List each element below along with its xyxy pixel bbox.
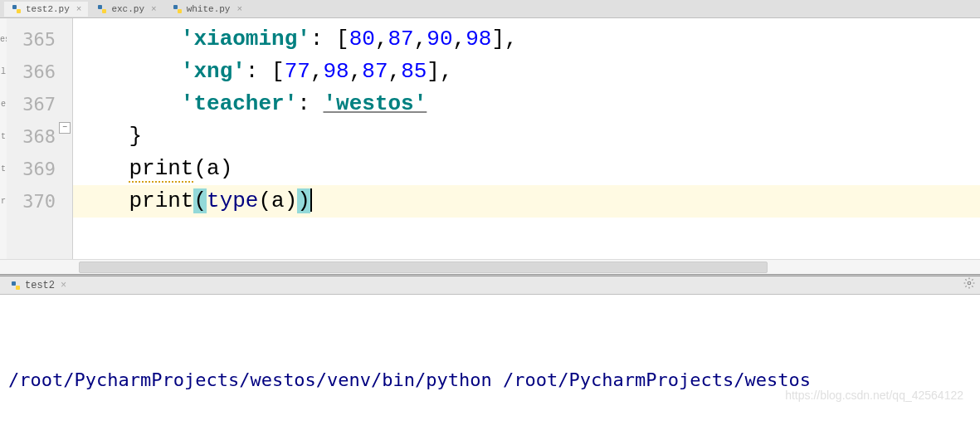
python-file-icon xyxy=(96,3,108,15)
code-line[interactable]: } xyxy=(73,120,980,153)
console-tabs: test2 × xyxy=(0,276,980,295)
console-tab-label: test2 xyxy=(25,280,55,291)
svg-rect-4 xyxy=(173,5,178,9)
console-output[interactable]: /root/PycharmProjects/westos/venv/bin/py… xyxy=(0,295,980,444)
svg-rect-0 xyxy=(12,5,17,9)
close-icon[interactable]: × xyxy=(76,4,82,14)
code-line[interactable]: 'teacher': 'westos' xyxy=(73,88,980,120)
file-tab-white[interactable]: white.py × xyxy=(165,2,249,17)
svg-rect-3 xyxy=(102,9,106,13)
tab-label: exc.py xyxy=(111,4,144,14)
code-line[interactable]: print(a) xyxy=(73,153,980,185)
python-run-icon xyxy=(10,280,22,291)
code-line[interactable]: 'xng': [77,98,87,85], xyxy=(73,56,980,88)
python-file-icon xyxy=(172,3,183,15)
line-number: 369 xyxy=(7,153,72,185)
fold-toggle-icon[interactable]: − xyxy=(59,122,71,134)
line-number: 370 xyxy=(7,185,72,218)
file-tab-test2[interactable]: test2.py × xyxy=(4,2,88,17)
tab-label: test2.py xyxy=(26,4,70,14)
editor-file-tabs: test2.py × exc.py × white.py × xyxy=(0,0,980,18)
gear-icon[interactable] xyxy=(963,277,975,293)
tab-label: white.py xyxy=(187,4,231,14)
line-numbers-gutter: 365 366 367 368 369 370 xyxy=(7,18,73,259)
file-tab-exc[interactable]: exc.py × xyxy=(90,2,163,17)
code-line[interactable]: 'xiaoming': [80,87,90,98], xyxy=(73,23,980,56)
python-file-icon xyxy=(11,3,22,15)
close-icon[interactable]: × xyxy=(151,4,157,14)
line-number: 366 xyxy=(7,56,72,88)
close-icon[interactable]: × xyxy=(61,280,66,291)
svg-rect-2 xyxy=(98,5,102,9)
svg-rect-1 xyxy=(17,9,21,13)
console-tab-test2[interactable]: test2 × xyxy=(5,278,71,293)
svg-rect-6 xyxy=(12,281,16,286)
horizontal-scrollbar[interactable] xyxy=(0,259,980,274)
scrollbar-thumb[interactable] xyxy=(79,262,768,273)
svg-rect-5 xyxy=(178,9,182,13)
watermark-text: https://blog.csdn.net/qq_42564122 xyxy=(785,379,963,411)
code-text-area[interactable]: − 'xiaoming': [80,87,90,98], 'xng': [77,… xyxy=(73,18,980,259)
line-number: 367 xyxy=(7,88,72,120)
left-margin: es l e t t r xyxy=(0,18,7,259)
code-line-current[interactable]: print(type(a)) xyxy=(73,185,980,218)
svg-rect-7 xyxy=(16,286,20,290)
svg-point-8 xyxy=(968,281,971,285)
code-editor[interactable]: es l e t t r 365 366 367 368 369 370 − '… xyxy=(0,18,980,259)
line-number: 365 xyxy=(7,23,72,56)
close-icon[interactable]: × xyxy=(236,4,242,14)
text-cursor xyxy=(310,188,312,212)
